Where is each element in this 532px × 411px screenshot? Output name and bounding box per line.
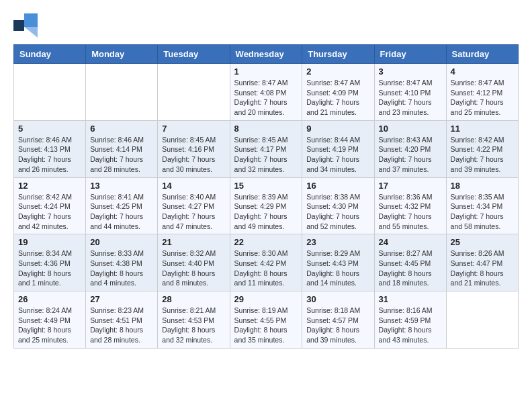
day-cell: 27Sunrise: 8:23 AM Sunset: 4:51 PM Dayli… [86,291,158,349]
day-cell: 29Sunrise: 8:19 AM Sunset: 4:55 PM Dayli… [230,291,302,349]
day-info: Sunrise: 8:16 AM Sunset: 4:59 PM Dayligh… [379,306,442,345]
day-number: 6 [90,124,153,134]
day-number: 27 [90,294,153,304]
day-info: Sunrise: 8:36 AM Sunset: 4:32 PM Dayligh… [379,192,442,232]
day-cell: 17Sunrise: 8:36 AM Sunset: 4:32 PM Dayli… [374,177,446,234]
day-number: 23 [306,237,369,247]
header-monday: Monday [86,45,158,64]
day-number: 26 [18,294,81,304]
day-cell: 1Sunrise: 8:47 AM Sunset: 4:08 PM Daylig… [230,64,302,121]
day-cell: 12Sunrise: 8:42 AM Sunset: 4:24 PM Dayli… [14,177,86,234]
day-number: 25 [451,237,514,247]
week-row-1: 1Sunrise: 8:47 AM Sunset: 4:08 PM Daylig… [14,64,519,121]
day-info: Sunrise: 8:24 AM Sunset: 4:49 PM Dayligh… [18,306,81,345]
day-number: 29 [234,294,298,304]
day-number: 18 [451,181,514,191]
day-number: 7 [162,124,225,134]
day-cell: 31Sunrise: 8:16 AM Sunset: 4:59 PM Dayli… [374,291,446,349]
svg-marker-2 [24,27,38,38]
day-cell: 30Sunrise: 8:18 AM Sunset: 4:57 PM Dayli… [302,291,374,349]
day-cell: 26Sunrise: 8:24 AM Sunset: 4:49 PM Dayli… [14,291,86,349]
day-number: 28 [162,294,225,304]
day-number: 8 [234,124,298,134]
day-info: Sunrise: 8:42 AM Sunset: 4:22 PM Dayligh… [451,135,514,175]
day-info: Sunrise: 8:32 AM Sunset: 4:40 PM Dayligh… [162,248,225,288]
logo-graphic [13,13,38,38]
header-friday: Friday [374,45,446,64]
day-number: 5 [18,124,81,134]
day-number: 12 [18,181,81,191]
svg-rect-0 [13,20,24,31]
logo [13,13,40,38]
day-number: 9 [306,124,369,134]
day-info: Sunrise: 8:47 AM Sunset: 4:08 PM Dayligh… [234,78,298,118]
day-number: 15 [234,181,298,191]
day-number: 4 [451,66,514,77]
day-number: 10 [379,124,442,134]
day-info: Sunrise: 8:43 AM Sunset: 4:20 PM Dayligh… [379,135,442,175]
day-cell: 8Sunrise: 8:45 AM Sunset: 4:17 PM Daylig… [230,120,302,177]
day-info: Sunrise: 8:41 AM Sunset: 4:25 PM Dayligh… [90,192,153,232]
day-info: Sunrise: 8:42 AM Sunset: 4:24 PM Dayligh… [18,192,81,232]
day-cell [86,64,158,121]
day-info: Sunrise: 8:46 AM Sunset: 4:13 PM Dayligh… [18,135,81,175]
day-cell: 11Sunrise: 8:42 AM Sunset: 4:22 PM Dayli… [446,120,518,177]
day-cell: 22Sunrise: 8:30 AM Sunset: 4:42 PM Dayli… [230,234,302,291]
day-number: 22 [234,237,298,247]
day-cell: 19Sunrise: 8:34 AM Sunset: 4:36 PM Dayli… [14,234,86,291]
header-sunday: Sunday [14,45,86,64]
day-cell [14,64,86,121]
day-info: Sunrise: 8:26 AM Sunset: 4:47 PM Dayligh… [451,248,514,288]
week-row-4: 19Sunrise: 8:34 AM Sunset: 4:36 PM Dayli… [14,234,519,291]
header-thursday: Thursday [302,45,374,64]
day-info: Sunrise: 8:47 AM Sunset: 4:09 PM Dayligh… [306,78,369,118]
day-cell: 6Sunrise: 8:46 AM Sunset: 4:14 PM Daylig… [86,120,158,177]
day-info: Sunrise: 8:47 AM Sunset: 4:12 PM Dayligh… [451,78,514,118]
day-cell [446,291,518,349]
day-info: Sunrise: 8:19 AM Sunset: 4:55 PM Dayligh… [234,306,298,345]
day-cell [158,64,230,121]
day-cell: 16Sunrise: 8:38 AM Sunset: 4:30 PM Dayli… [302,177,374,234]
calendar-header-row: SundayMondayTuesdayWednesdayThursdayFrid… [14,45,519,64]
header-saturday: Saturday [446,45,518,64]
page-header [13,13,519,38]
week-row-3: 12Sunrise: 8:42 AM Sunset: 4:24 PM Dayli… [14,177,519,234]
day-cell: 21Sunrise: 8:32 AM Sunset: 4:40 PM Dayli… [158,234,230,291]
day-cell: 2Sunrise: 8:47 AM Sunset: 4:09 PM Daylig… [302,64,374,121]
day-info: Sunrise: 8:47 AM Sunset: 4:10 PM Dayligh… [379,78,442,118]
day-info: Sunrise: 8:45 AM Sunset: 4:16 PM Dayligh… [162,135,225,175]
day-info: Sunrise: 8:30 AM Sunset: 4:42 PM Dayligh… [234,248,298,288]
day-info: Sunrise: 8:46 AM Sunset: 4:14 PM Dayligh… [90,135,153,175]
week-row-5: 26Sunrise: 8:24 AM Sunset: 4:49 PM Dayli… [14,291,519,349]
day-cell: 7Sunrise: 8:45 AM Sunset: 4:16 PM Daylig… [158,120,230,177]
day-number: 17 [379,181,442,191]
day-number: 20 [90,237,153,247]
day-number: 14 [162,181,225,191]
day-cell: 10Sunrise: 8:43 AM Sunset: 4:20 PM Dayli… [374,120,446,177]
day-cell: 15Sunrise: 8:39 AM Sunset: 4:29 PM Dayli… [230,177,302,234]
header-wednesday: Wednesday [230,45,302,64]
day-info: Sunrise: 8:39 AM Sunset: 4:29 PM Dayligh… [234,192,298,232]
day-info: Sunrise: 8:34 AM Sunset: 4:36 PM Dayligh… [18,248,81,288]
day-cell: 23Sunrise: 8:29 AM Sunset: 4:43 PM Dayli… [302,234,374,291]
day-cell: 3Sunrise: 8:47 AM Sunset: 4:10 PM Daylig… [374,64,446,121]
day-number: 16 [306,181,369,191]
day-info: Sunrise: 8:40 AM Sunset: 4:27 PM Dayligh… [162,192,225,232]
svg-rect-1 [24,13,38,27]
day-number: 19 [18,237,81,247]
week-row-2: 5Sunrise: 8:46 AM Sunset: 4:13 PM Daylig… [14,120,519,177]
day-cell: 25Sunrise: 8:26 AM Sunset: 4:47 PM Dayli… [446,234,518,291]
day-info: Sunrise: 8:29 AM Sunset: 4:43 PM Dayligh… [306,248,369,288]
day-cell: 4Sunrise: 8:47 AM Sunset: 4:12 PM Daylig… [446,64,518,121]
day-info: Sunrise: 8:23 AM Sunset: 4:51 PM Dayligh… [90,306,153,345]
day-info: Sunrise: 8:38 AM Sunset: 4:30 PM Dayligh… [306,192,369,232]
day-cell: 20Sunrise: 8:33 AM Sunset: 4:38 PM Dayli… [86,234,158,291]
day-cell: 18Sunrise: 8:35 AM Sunset: 4:34 PM Dayli… [446,177,518,234]
day-cell: 14Sunrise: 8:40 AM Sunset: 4:27 PM Dayli… [158,177,230,234]
day-info: Sunrise: 8:45 AM Sunset: 4:17 PM Dayligh… [234,135,298,175]
day-number: 30 [306,294,369,304]
calendar-table: SundayMondayTuesdayWednesdayThursdayFrid… [13,44,519,349]
day-info: Sunrise: 8:21 AM Sunset: 4:53 PM Dayligh… [162,306,225,345]
day-number: 31 [379,294,442,304]
header-tuesday: Tuesday [158,45,230,64]
